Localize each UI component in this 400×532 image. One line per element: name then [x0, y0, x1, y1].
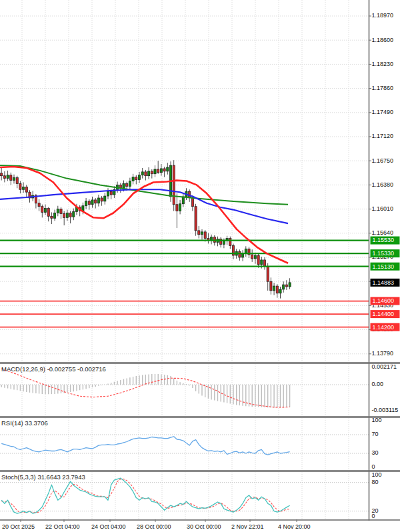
price-axis: 1.189701.186001.182301.178601.174901.171… — [369, 0, 399, 521]
moving-averages — [0, 165, 288, 263]
candles-layer — [1, 160, 291, 298]
svg-text:0.00: 0.00 — [372, 381, 384, 387]
stoch-d-line — [1, 479, 289, 513]
svg-text:1.14200: 1.14200 — [373, 324, 395, 331]
svg-text:0.002171: 0.002171 — [372, 363, 397, 370]
support-price-badge: 1.14200 — [371, 323, 400, 331]
svg-text:100: 100 — [372, 417, 382, 423]
price-badges: 1.155301.153301.151301.146001.144001.142… — [371, 237, 400, 331]
svg-text:1.14883: 1.14883 — [373, 279, 395, 286]
macd-signal-line — [1, 369, 289, 407]
macd-indicator-label: MACD(12,26,9) -0.002755 -0.002716 — [1, 365, 106, 373]
svg-text:1.17490: 1.17490 — [372, 109, 394, 115]
support-price-badge: 1.14400 — [371, 310, 400, 318]
svg-text:1.15130: 1.15130 — [373, 263, 395, 270]
rsi-indicator-label: RSI(14) 33.3706 — [1, 419, 48, 427]
svg-text:1.15330: 1.15330 — [373, 250, 395, 257]
svg-text:-0.003115: -0.003115 — [372, 407, 399, 413]
chart-canvas[interactable]: 1.189701.186001.182301.178601.174901.171… — [0, 0, 400, 532]
svg-text:1.14600: 1.14600 — [373, 297, 395, 304]
svg-text:1.18600: 1.18600 — [372, 37, 394, 43]
stoch-indicator-label: Stoch(5,3,3) 31.6643 23.7943 — [1, 473, 85, 481]
svg-text:1.15640: 1.15640 — [372, 229, 394, 236]
stoch-k-line — [1, 478, 289, 513]
panel-separators — [0, 362, 400, 521]
stoch-panel — [1, 478, 289, 513]
svg-text:70: 70 — [372, 431, 379, 437]
resistance-price-badge: 1.15330 — [371, 249, 400, 257]
resistance-price-badge: 1.15130 — [371, 263, 400, 271]
svg-text:20 Oct 2025: 20 Oct 2025 — [2, 523, 35, 530]
svg-text:1.14400: 1.14400 — [373, 311, 395, 317]
rsi-panel — [1, 437, 289, 455]
svg-text:1.16010: 1.16010 — [372, 205, 394, 212]
support-price-badge: 1.14600 — [371, 297, 400, 305]
svg-text:22 Oct 04:00: 22 Oct 04:00 — [45, 523, 80, 530]
svg-text:2 Nov 22:01: 2 Nov 22:01 — [231, 523, 264, 530]
current-price-badge: 1.14883 — [371, 279, 400, 287]
time-axis: 20 Oct 202522 Oct 04:0024 Oct 04:0028 Oc… — [2, 519, 311, 530]
svg-text:80: 80 — [372, 479, 379, 485]
macd-panel — [1, 369, 289, 408]
svg-text:0: 0 — [372, 463, 375, 470]
svg-text:1.17120: 1.17120 — [372, 133, 394, 139]
rsi-line — [1, 437, 289, 455]
svg-text:1.15530: 1.15530 — [373, 237, 395, 243]
svg-text:1.16750: 1.16750 — [372, 157, 394, 164]
svg-text:1.13790: 1.13790 — [372, 350, 394, 357]
svg-text:1.17860: 1.17860 — [372, 85, 394, 91]
svg-text:24 Oct 04:00: 24 Oct 04:00 — [91, 523, 126, 530]
svg-text:100: 100 — [372, 471, 382, 478]
svg-text:4 Nov 20:00: 4 Nov 20:00 — [278, 523, 311, 530]
mt4-chart-window: 1.189701.186001.182301.178601.174901.171… — [0, 0, 400, 532]
svg-text:0: 0 — [372, 513, 375, 519]
svg-text:1.18230: 1.18230 — [372, 61, 394, 67]
svg-text:1.18970: 1.18970 — [372, 12, 394, 19]
svg-text:30 Oct 00:00: 30 Oct 00:00 — [187, 523, 221, 530]
svg-text:1.16380: 1.16380 — [372, 181, 394, 188]
resistance-price-badge: 1.15530 — [371, 237, 400, 245]
svg-text:30: 30 — [372, 449, 379, 456]
level-lines — [0, 241, 369, 327]
svg-text:28 Oct 00:00: 28 Oct 00:00 — [137, 523, 171, 530]
